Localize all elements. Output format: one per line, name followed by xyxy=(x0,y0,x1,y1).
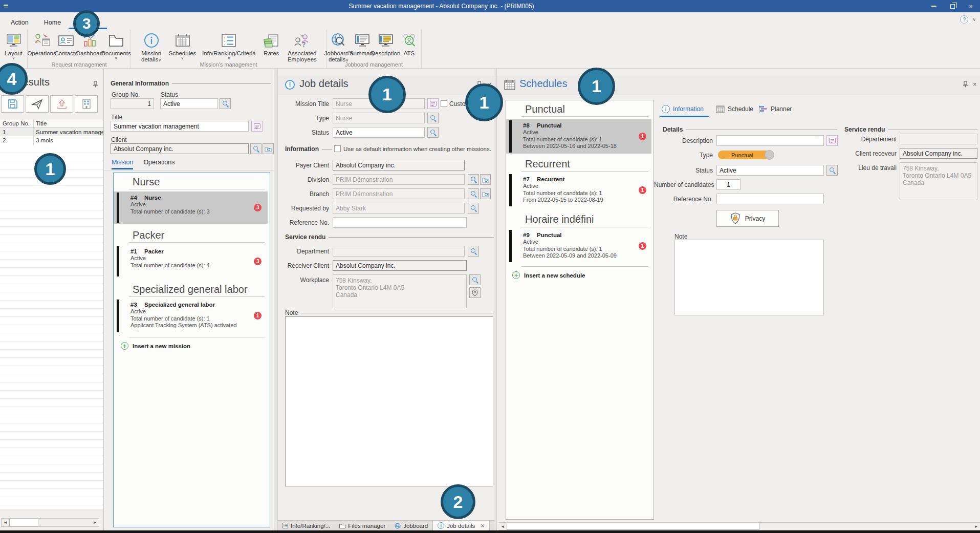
status-field[interactable]: Active xyxy=(333,127,425,138)
description-note-button[interactable] xyxy=(826,135,838,146)
documents-button[interactable]: Documents ∨ xyxy=(103,30,128,60)
client-field[interactable]: Absolut Company inc. xyxy=(111,143,249,154)
workplace-map-button[interactable] xyxy=(469,287,481,298)
mission-item[interactable]: #3Specialized general labor Active Total… xyxy=(114,299,268,333)
send-button[interactable] xyxy=(26,95,49,113)
mission-item[interactable]: #4Nurse Active Total number of candidate… xyxy=(114,191,268,224)
tab-home[interactable]: Home xyxy=(36,16,69,29)
department-search-button[interactable] xyxy=(468,246,479,257)
layout-button[interactable]: Layout ∨ xyxy=(3,30,25,60)
type-search-button[interactable] xyxy=(427,113,439,123)
pin-button[interactable] xyxy=(93,81,98,88)
description-button[interactable]: Description xyxy=(375,30,397,56)
insert-new-schedule-button[interactable]: + Insert a new schedule xyxy=(512,271,585,279)
help-button[interactable]: ? xyxy=(960,15,968,24)
column-header-group-no[interactable]: Group No. xyxy=(0,119,34,127)
associated-employees-button[interactable]: ? Associated Employees xyxy=(284,30,320,62)
custom-checkbox[interactable] xyxy=(441,100,447,107)
division-field[interactable]: PRIM Démonstration xyxy=(333,174,465,185)
tab-operations[interactable]: Operations xyxy=(143,159,175,169)
group-no-field[interactable]: 1 xyxy=(111,98,154,109)
tab-mission[interactable]: Mission xyxy=(112,159,133,169)
schedule-item[interactable]: #8Punctual Active Total number of candid… xyxy=(506,119,651,154)
export-button[interactable] xyxy=(50,95,73,113)
results-horizontal-scrollbar[interactable]: ◄ ► xyxy=(1,518,99,527)
title-note-button[interactable] xyxy=(251,121,263,132)
branch-field[interactable]: PRIM Démonstration xyxy=(333,188,465,199)
type-field[interactable]: Nurse xyxy=(333,113,425,123)
status-field[interactable]: Active xyxy=(160,98,218,109)
column-header-title[interactable]: Title xyxy=(34,119,103,127)
division-open-button[interactable] xyxy=(480,174,491,185)
workplace-field[interactable]: 758 Kinsway, Toronto Ontario L4M 0A5 Can… xyxy=(333,274,467,308)
tab-schedule[interactable]: Schedule xyxy=(716,105,753,113)
department-field[interactable] xyxy=(333,246,465,257)
info-ranking-criteria-button[interactable]: Info/Ranking/Criteria ∨ xyxy=(199,30,259,60)
close-panel-button[interactable]: × xyxy=(973,81,977,88)
tab-information[interactable]: i Information xyxy=(662,105,704,113)
results-table-header[interactable]: Group No. Title xyxy=(0,119,103,128)
status-search-button[interactable] xyxy=(826,165,838,176)
payer-client-field[interactable]: Absolut Company inc. xyxy=(333,160,465,170)
workplace-search-button[interactable] xyxy=(469,274,481,285)
reference-no-field[interactable] xyxy=(333,217,467,228)
scroll-thumb[interactable] xyxy=(9,519,38,526)
pin-button[interactable] xyxy=(963,81,968,88)
schedules-horizontal-scrollbar[interactable]: ◄ ► xyxy=(499,522,980,530)
rates-button[interactable]: Rates xyxy=(260,30,282,56)
status-search-button[interactable] xyxy=(220,98,231,109)
scroll-right-arrow[interactable]: ► xyxy=(972,523,980,530)
scroll-thumb[interactable] xyxy=(507,523,759,530)
tab-planner[interactable]: Planner xyxy=(759,105,792,113)
summary-button[interactable]: Summary xyxy=(351,30,374,56)
default-info-checkbox[interactable] xyxy=(334,145,341,152)
description-field[interactable] xyxy=(716,135,824,146)
note-textarea[interactable] xyxy=(285,316,493,486)
scroll-left-arrow[interactable]: ◄ xyxy=(2,519,9,526)
scroll-left-arrow[interactable]: ◄ xyxy=(499,523,507,530)
note-textarea[interactable] xyxy=(674,240,824,315)
tab-job-details[interactable]: i Job details × xyxy=(432,521,490,530)
client-receveur-field[interactable]: Absolut Company inc. xyxy=(900,148,977,159)
table-row[interactable]: 2 3 mois xyxy=(0,136,103,144)
mission-title-note-button[interactable] xyxy=(427,98,439,109)
status-field[interactable]: Active xyxy=(716,165,824,176)
save-button[interactable] xyxy=(1,95,24,113)
division-search-button[interactable] xyxy=(468,174,479,185)
schedules-button[interactable]: Schedules ∨ xyxy=(167,30,198,60)
panel-splitter[interactable] xyxy=(274,69,278,530)
jobboards-details-button[interactable]: Jobboard's details∨ xyxy=(328,30,350,62)
collapse-ribbon-icon[interactable]: ∨ xyxy=(972,17,976,22)
operations-button[interactable]: Operations xyxy=(30,30,54,56)
schedule-item[interactable]: #7Recurrent Active Total number of candi… xyxy=(506,173,651,207)
requested-by-field[interactable]: Abby Stark xyxy=(333,203,465,214)
client-search-button[interactable] xyxy=(250,143,262,154)
company-button[interactable] xyxy=(75,95,98,113)
type-toggle[interactable]: Punctual xyxy=(718,151,774,159)
lieu-de-travail-field[interactable]: 758 Kinsway, Toronto Ontario L4M 0A5 Can… xyxy=(900,162,977,200)
table-row[interactable]: 1 Summer vacation manage xyxy=(0,128,103,136)
mission-details-button[interactable]: Mission details∨ xyxy=(137,30,166,62)
close-button[interactable]: × xyxy=(962,0,980,12)
ats-button[interactable]: ATS xyxy=(398,30,421,56)
branch-open-button[interactable] xyxy=(480,188,491,199)
tab-action[interactable]: Action xyxy=(3,16,36,29)
reference-no-field[interactable] xyxy=(716,194,824,204)
requested-by-search-button[interactable] xyxy=(468,203,479,214)
client-open-button[interactable] xyxy=(263,143,274,154)
title-field[interactable]: Summer vacation management xyxy=(111,121,249,132)
privacy-button[interactable]: Privacy xyxy=(716,210,779,227)
tab-info-ranking[interactable]: Info/Ranking/... xyxy=(278,521,335,530)
insert-new-mission-button[interactable]: + Insert a new mission xyxy=(121,342,190,350)
minimize-button[interactable] xyxy=(925,0,943,12)
branch-search-button[interactable] xyxy=(468,188,479,199)
mission-item[interactable]: #1Packer Active Total number of candidat… xyxy=(114,245,268,278)
tab-jobboard[interactable]: Jobboard xyxy=(390,521,432,530)
departement-field[interactable] xyxy=(900,134,977,144)
schedule-item[interactable]: #9Punctual Active Total number of candid… xyxy=(506,229,651,263)
tab-files-manager[interactable]: Files manager xyxy=(335,521,390,530)
close-tab-button[interactable]: × xyxy=(481,522,485,529)
contacts-button[interactable]: Contacts xyxy=(55,30,77,56)
restore-button[interactable] xyxy=(943,0,962,12)
status-search-button[interactable] xyxy=(427,127,439,138)
